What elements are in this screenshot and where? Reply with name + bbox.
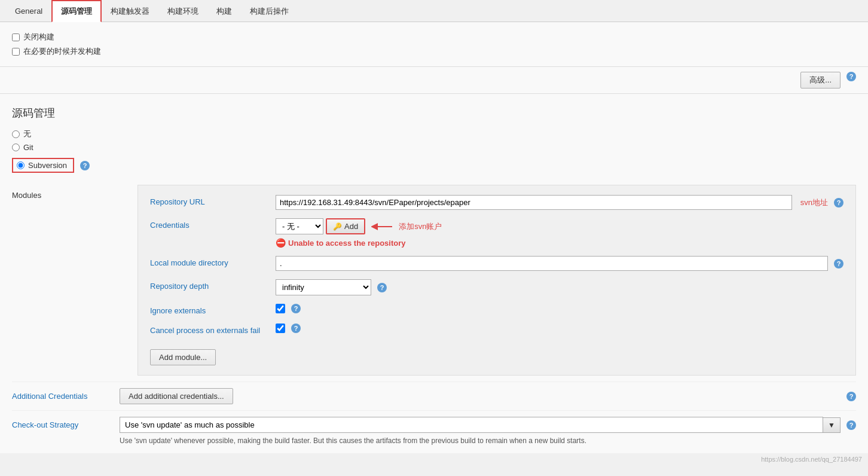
radio-none-label: 无 [23, 129, 31, 139]
watermark: https://blog.csdn.net/qq_27184497 [0, 453, 868, 465]
advanced-btn-row: 高级... ? [0, 67, 868, 94]
disable-build-checkbox[interactable] [12, 33, 20, 41]
add-credentials-button[interactable]: 🔑 Add [326, 218, 365, 234]
ignore-externals-label: Ignore externals [150, 304, 276, 315]
radio-git[interactable] [12, 144, 20, 151]
checkout-description: Use 'svn update' whenever possible, maki… [120, 433, 856, 447]
cancel-process-control: ? [276, 324, 843, 333]
checkout-select-wrap: Use 'svn update' as much as possible ▼ [120, 417, 841, 433]
credentials-control: - 无 - 🔑 Add [276, 218, 843, 248]
ignore-externals-row: Ignore externals ? [150, 304, 843, 315]
repo-url-help-icon[interactable]: ? [834, 198, 843, 208]
svn-addr-annotation: svn地址 [800, 197, 828, 208]
checkout-help-icon[interactable]: ? [846, 420, 856, 430]
tab-scm[interactable]: 源码管理 [51, 0, 102, 22]
tabs-bar: General 源码管理 构建触发器 构建环境 构建 构建后操作 [0, 0, 868, 22]
radio-git-label: Git [23, 143, 33, 152]
checkbox-concurrent-build: 在必要的时候并发构建 [12, 46, 856, 57]
tab-post-build[interactable]: 构建后操作 [241, 1, 298, 22]
modules-panel: Repository URL svn地址 ? Credentials - 无 -… [137, 185, 856, 376]
add-module-row: Add module... [150, 343, 843, 365]
general-section: 关闭构建 在必要的时候并发构建 [0, 22, 868, 67]
add-btn-label: Add [344, 222, 358, 231]
error-icon: ⛔ [276, 238, 286, 248]
add-additional-credentials-button[interactable]: Add additional credentials... [120, 388, 233, 404]
repo-depth-help-icon[interactable]: ? [377, 283, 387, 292]
arrow-icon [371, 221, 395, 233]
tab-general[interactable]: General [6, 1, 51, 21]
ignore-externals-help-icon[interactable]: ? [291, 304, 301, 313]
disable-build-label: 关闭构建 [23, 32, 54, 42]
concurrent-build-label: 在必要的时候并发构建 [23, 46, 101, 57]
local-module-label: Local module directory [150, 256, 276, 267]
tab-build-trigger[interactable]: 构建触发器 [102, 1, 158, 22]
subversion-box: Subversion [12, 158, 74, 173]
tab-build[interactable]: 构建 [207, 1, 241, 22]
error-row: ⛔ Unable to access the repository [276, 238, 843, 248]
repo-url-row: Repository URL svn地址 ? [150, 195, 843, 210]
local-module-control: ? [276, 256, 843, 271]
checkout-strategy-label: Check-out Strategy [12, 420, 120, 429]
repo-depth-select[interactable]: infinity empty files immediates unknown [276, 279, 371, 295]
add-module-button[interactable]: Add module... [150, 349, 216, 365]
concurrent-build-checkbox[interactable] [12, 48, 20, 56]
additional-credentials-label: Additional Credentials [12, 392, 120, 401]
modules-label: Modules [12, 191, 41, 200]
main-content: Modules Repository URL svn地址 ? Credentia… [0, 185, 868, 382]
repo-depth-label: Repository depth [150, 279, 276, 291]
repo-url-label: Repository URL [150, 195, 276, 206]
cancel-process-row: Cancel process on externals fail ? [150, 324, 843, 335]
add-svn-annotation: 添加svn账户 [399, 221, 442, 232]
radio-none[interactable] [12, 130, 20, 138]
arrow-annotation: 添加svn账户 [371, 221, 442, 233]
advanced-button[interactable]: 高级... [800, 72, 841, 89]
repo-depth-control: infinity empty files immediates unknown … [276, 279, 843, 295]
cancel-process-help-icon[interactable]: ? [291, 324, 301, 333]
key-icon: 🔑 [333, 222, 342, 231]
repo-url-input[interactable] [276, 195, 792, 210]
repo-depth-row: Repository depth infinity empty files im… [150, 279, 843, 295]
ignore-externals-checkbox[interactable] [276, 304, 285, 313]
radio-none-row: 无 [12, 129, 856, 139]
checkout-select-arrow[interactable]: ▼ [823, 417, 841, 433]
credentials-label: Credentials [150, 218, 276, 230]
radio-subversion-label: Subversion [28, 161, 67, 170]
local-module-help-icon[interactable]: ? [834, 259, 843, 268]
repo-url-control: svn地址 ? [276, 195, 843, 210]
ignore-externals-control: ? [276, 304, 843, 313]
tab-build-env[interactable]: 构建环境 [158, 1, 207, 22]
error-message: Unable to access the repository [288, 239, 406, 248]
credentials-row: Credentials - 无 - 🔑 Add [150, 218, 843, 248]
additional-credentials-help-icon[interactable]: ? [846, 392, 856, 401]
radio-git-row: Git [12, 143, 856, 152]
scm-title: 源码管理 [12, 106, 856, 120]
bottom-section: Additional Credentials Add additional cr… [0, 382, 868, 453]
cancel-process-label: Cancel process on externals fail [150, 324, 276, 335]
subversion-help-icon[interactable]: ? [80, 161, 90, 170]
advanced-help-icon[interactable]: ? [846, 72, 856, 81]
radio-subversion-row: Subversion ? [12, 155, 856, 175]
checkbox-disable-build: 关闭构建 [12, 32, 856, 42]
radio-subversion[interactable] [17, 161, 25, 169]
cancel-process-checkbox[interactable] [276, 324, 285, 333]
checkout-strategy-row: Check-out Strategy Use 'svn update' as m… [12, 410, 856, 453]
credentials-select[interactable]: - 无 - [276, 218, 323, 234]
additional-credentials-row: Additional Credentials Add additional cr… [12, 382, 856, 410]
left-sidebar: Modules [12, 185, 132, 376]
scm-section: 源码管理 无 Git Subversion ? [0, 94, 868, 185]
local-module-row: Local module directory ? [150, 256, 843, 271]
local-module-input[interactable] [276, 256, 828, 271]
checkout-strategy-select[interactable]: Use 'svn update' as much as possible [120, 417, 823, 433]
